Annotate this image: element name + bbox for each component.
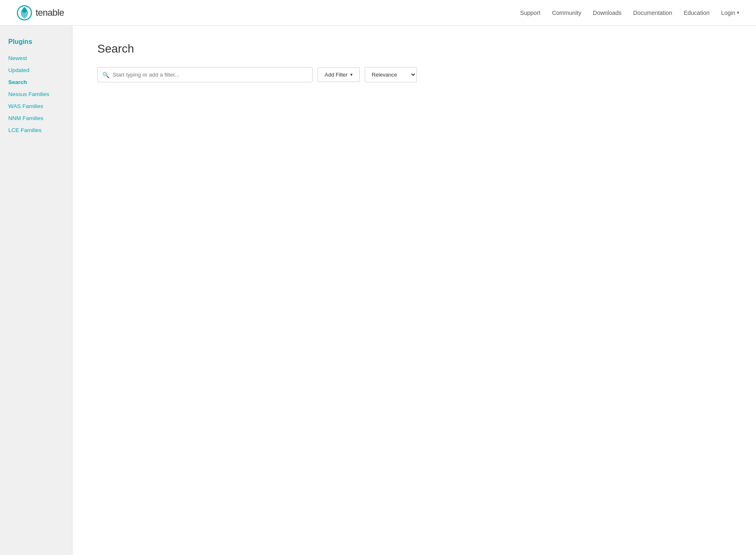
logo-area: tenable	[17, 5, 64, 21]
sidebar: Plugins Newest Updated Search Nessus Fam…	[0, 26, 72, 555]
relevance-select[interactable]: Relevance Newest Oldest	[365, 67, 417, 82]
main-content: Search 🔍 Add Filter Relevance Newest Old…	[72, 26, 756, 555]
sidebar-item-updated[interactable]: Updated	[0, 64, 72, 76]
sidebar-item-newest[interactable]: Newest	[0, 52, 72, 64]
search-input[interactable]	[97, 67, 313, 82]
nav-education[interactable]: Education	[684, 10, 709, 16]
nav-downloads[interactable]: Downloads	[593, 10, 621, 16]
login-button[interactable]: Login	[721, 10, 739, 16]
nav-documentation[interactable]: Documentation	[633, 10, 672, 16]
header: tenable Support Community Downloads Docu…	[0, 0, 756, 26]
page-wrapper: Plugins Newest Updated Search Nessus Fam…	[0, 26, 756, 555]
sidebar-item-was-families[interactable]: WAS Families	[0, 100, 72, 112]
sidebar-nav: Newest Updated Search Nessus Families WA…	[0, 52, 72, 550]
search-input-wrapper: 🔍	[97, 67, 313, 82]
main-nav: Support Community Downloads Documentatio…	[520, 10, 739, 16]
logo-text: tenable	[36, 7, 64, 18]
sidebar-item-nnm-families[interactable]: NNM Families	[0, 112, 72, 124]
sidebar-item-lce-families[interactable]: LCE Families	[0, 124, 72, 136]
nav-support[interactable]: Support	[520, 10, 540, 16]
add-filter-button[interactable]: Add Filter	[318, 67, 360, 82]
sidebar-item-search[interactable]: Search	[0, 76, 72, 88]
sidebar-title: Plugins	[0, 34, 72, 52]
search-icon: 🔍	[102, 72, 109, 78]
tenable-logo-icon	[17, 5, 32, 21]
sidebar-item-nessus-families[interactable]: Nessus Families	[0, 88, 72, 100]
page-title: Search	[97, 42, 731, 55]
nav-community[interactable]: Community	[552, 10, 581, 16]
sidebar-bottom: ? ✱ ☾	[0, 550, 72, 555]
search-controls: 🔍 Add Filter Relevance Newest Oldest	[97, 67, 731, 82]
